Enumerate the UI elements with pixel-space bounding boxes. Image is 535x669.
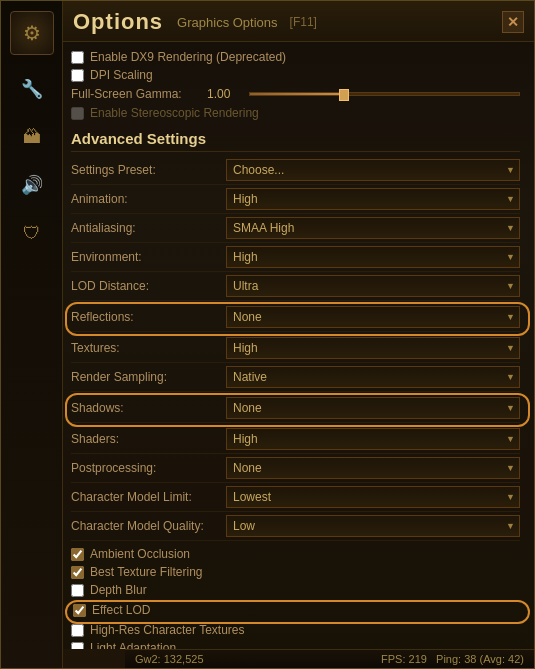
preset-value: Choose...: [233, 163, 284, 177]
shadows-dropdown[interactable]: None: [226, 397, 520, 419]
animation-dropdown[interactable]: High: [226, 188, 520, 210]
shield-icon: 🛡: [23, 223, 41, 244]
sound-icon: 🔊: [21, 174, 43, 196]
shadows-row: Shadows: None: [71, 394, 520, 423]
lod-value: Ultra: [233, 279, 258, 293]
lod-row: LOD Distance: Ultra: [71, 272, 520, 301]
light-adaptation-label: Light Adaptation: [90, 641, 176, 649]
animation-value: High: [233, 192, 258, 206]
textures-value: High: [233, 341, 258, 355]
ambient-occlusion-checkbox[interactable]: [71, 548, 84, 561]
char-model-quality-row: Character Model Quality: Low: [71, 512, 520, 541]
window-title: Options: [73, 9, 163, 35]
antialiasing-value: SMAA High: [233, 221, 294, 235]
textures-label: Textures:: [71, 341, 226, 355]
effect-lod-checkbox[interactable]: [73, 604, 86, 617]
antialiasing-label: Antialiasing:: [71, 221, 226, 235]
main-content: Options Graphics Options [F11] ✕ Enable …: [63, 1, 534, 668]
shaders-value: High: [233, 432, 258, 446]
ping-label: Ping:: [436, 653, 461, 665]
render-sampling-dropdown[interactable]: Native: [226, 366, 520, 388]
depth-blur-checkbox[interactable]: [71, 584, 84, 597]
ambient-occlusion-label: Ambient Occlusion: [90, 547, 190, 561]
depth-blur-row: Depth Blur: [71, 581, 520, 599]
stereo-row: Enable Stereoscopic Rendering: [71, 104, 520, 122]
bottom-bar: Gw2: 132,525 FPS: 219 Ping: 38 (Avg: 42): [125, 649, 534, 668]
reflections-label: Reflections:: [71, 310, 226, 324]
advanced-header: Advanced Settings: [71, 122, 520, 152]
char-model-limit-row: Character Model Limit: Lowest: [71, 483, 520, 512]
effect-lod-row: Effect LOD: [71, 601, 520, 619]
environment-value: High: [233, 250, 258, 264]
sidebar-icon-gear[interactable]: ⚙: [10, 11, 54, 55]
postprocessing-label: Postprocessing:: [71, 461, 226, 475]
gear-icon: ⚙: [23, 21, 41, 45]
render-sampling-value: Native: [233, 370, 267, 384]
key-hint: [F11]: [290, 15, 317, 29]
sidebar-icon-landscape[interactable]: 🏔: [10, 115, 54, 159]
preset-row: Settings Preset: Choose...: [71, 156, 520, 185]
landscape-icon: 🏔: [23, 127, 41, 148]
high-res-textures-row: High-Res Character Textures: [71, 621, 520, 639]
close-button[interactable]: ✕: [502, 11, 524, 33]
char-model-limit-value: Lowest: [233, 490, 271, 504]
gamma-value: 1.00: [207, 87, 243, 101]
render-sampling-label: Render Sampling:: [71, 370, 226, 384]
avg-label: (Avg:: [480, 653, 505, 665]
animation-label: Animation:: [71, 192, 226, 206]
antialiasing-dropdown[interactable]: SMAA High: [226, 217, 520, 239]
lod-dropdown[interactable]: Ultra: [226, 275, 520, 297]
dx9-checkbox-row: Enable DX9 Rendering (Deprecated): [71, 48, 520, 66]
gamma-row: Full-Screen Gamma: 1.00: [71, 84, 520, 104]
render-sampling-row: Render Sampling: Native: [71, 363, 520, 392]
gamma-slider-track: [250, 93, 344, 95]
shadows-value: None: [233, 401, 262, 415]
avg-value: 42): [508, 653, 524, 665]
options-window: ⚙ 🔧 🏔 🔊 🛡 Options Graphics Options [F11]…: [0, 0, 535, 669]
high-res-textures-label: High-Res Character Textures: [90, 623, 245, 637]
textures-row: Textures: High: [71, 334, 520, 363]
dpi-checkbox[interactable]: [71, 69, 84, 82]
gamma-label: Full-Screen Gamma:: [71, 87, 201, 101]
best-texture-row: Best Texture Filtering: [71, 563, 520, 581]
antialiasing-row: Antialiasing: SMAA High: [71, 214, 520, 243]
preset-dropdown[interactable]: Choose...: [226, 159, 520, 181]
char-model-limit-label: Character Model Limit:: [71, 490, 226, 504]
environment-dropdown[interactable]: High: [226, 246, 520, 268]
light-adaptation-checkbox[interactable]: [71, 642, 84, 650]
gamma-slider[interactable]: [249, 92, 520, 96]
preset-label: Settings Preset:: [71, 163, 226, 177]
dpi-label: DPI Scaling: [90, 68, 153, 82]
fps-info: FPS: 219 Ping: 38 (Avg: 42): [381, 653, 524, 665]
shaders-dropdown[interactable]: High: [226, 428, 520, 450]
sidebar: ⚙ 🔧 🏔 🔊 🛡: [1, 1, 63, 668]
environment-label: Environment:: [71, 250, 226, 264]
stereo-checkbox[interactable]: [71, 107, 84, 120]
postprocessing-value: None: [233, 461, 262, 475]
sidebar-icon-wrench[interactable]: 🔧: [10, 67, 54, 111]
gw2-info: Gw2: 132,525: [135, 653, 204, 665]
sidebar-icon-shield[interactable]: 🛡: [10, 211, 54, 255]
animation-row: Animation: High: [71, 185, 520, 214]
reflections-dropdown[interactable]: None: [226, 306, 520, 328]
char-model-limit-dropdown[interactable]: Lowest: [226, 486, 520, 508]
stereo-label: Enable Stereoscopic Rendering: [90, 106, 259, 120]
dx9-checkbox[interactable]: [71, 51, 84, 64]
high-res-textures-checkbox[interactable]: [71, 624, 84, 637]
fps-label: FPS:: [381, 653, 405, 665]
sidebar-icon-sound[interactable]: 🔊: [10, 163, 54, 207]
ping-value: 38: [464, 653, 476, 665]
gamma-slider-thumb: [339, 89, 349, 101]
shaders-row: Shaders: High: [71, 425, 520, 454]
textures-dropdown[interactable]: High: [226, 337, 520, 359]
postprocessing-dropdown[interactable]: None: [226, 457, 520, 479]
char-model-quality-label: Character Model Quality:: [71, 519, 226, 533]
char-model-quality-value: Low: [233, 519, 255, 533]
best-texture-label: Best Texture Filtering: [90, 565, 203, 579]
effect-lod-label: Effect LOD: [92, 603, 150, 617]
reflections-row: Reflections: None: [71, 303, 520, 332]
gw2-label: Gw2:: [135, 653, 161, 665]
best-texture-checkbox[interactable]: [71, 566, 84, 579]
shadows-label: Shadows:: [71, 401, 226, 415]
char-model-quality-dropdown[interactable]: Low: [226, 515, 520, 537]
